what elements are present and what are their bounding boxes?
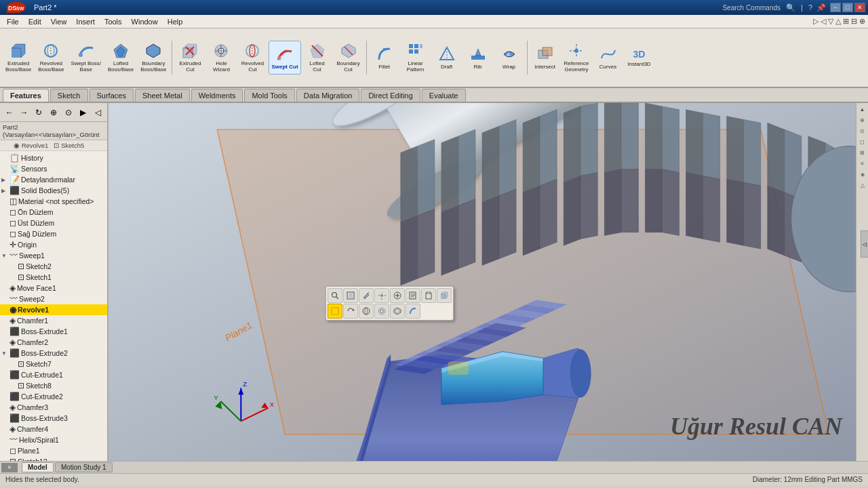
rib-btn[interactable]: Rib: [463, 41, 493, 75]
sidebar-refresh-btn[interactable]: ↻: [32, 106, 45, 119]
swept-boss-btn[interactable]: Swept Boss/Base: [68, 41, 104, 75]
linear-pattern-btn[interactable]: LinearPattern: [401, 41, 431, 75]
tree-item-chamfer1[interactable]: ◈ Chamfer1: [0, 315, 107, 326]
tab-motion-study[interactable]: Motion Study 1: [55, 462, 113, 472]
help-icon[interactable]: ?: [808, 3, 812, 12]
tree-item-chamfer3[interactable]: ◈ Chamfer3: [0, 402, 107, 413]
intersect-btn[interactable]: Intersect: [530, 41, 560, 75]
menu-tools[interactable]: Tools: [100, 16, 126, 27]
tab-surfaces[interactable]: Surfaces: [90, 89, 134, 102]
menu-file[interactable]: File: [3, 16, 23, 27]
rt-btn-5[interactable]: ⊞: [858, 148, 867, 157]
pin-icon[interactable]: 📌: [816, 3, 826, 12]
tree-item-history[interactable]: 📋 History: [0, 152, 107, 163]
tab-model[interactable]: Model: [22, 462, 54, 472]
mt-rotate-btn[interactable]: [343, 304, 358, 319]
mt-settings-btn[interactable]: [374, 288, 389, 303]
extruded-boss-btn[interactable]: ExtrudedBoss/Base: [3, 41, 34, 75]
tree-item-cutextrude2[interactable]: ⬛ Cut-Extrude2: [0, 391, 107, 402]
feature-manager-icon[interactable]: ≡: [1, 463, 18, 472]
rt-btn-3[interactable]: ⊙: [858, 126, 867, 136]
tab-features[interactable]: Features: [3, 89, 49, 102]
tree-item-revolve1[interactable]: ◉ Revolve1: [0, 304, 107, 315]
tree-item-sweep1[interactable]: ▼ 〰 Sweep1: [0, 250, 107, 261]
tree-item-chamfer4[interactable]: ◈ Chamfer4: [0, 424, 107, 434]
tab-weldments[interactable]: Weldments: [191, 89, 243, 102]
sidebar-collapse-btn[interactable]: ◁: [91, 106, 104, 119]
rt-btn-8[interactable]: △: [858, 180, 867, 190]
boundary-cut-btn[interactable]: BoundaryCut: [334, 41, 363, 75]
draft-btn[interactable]: Draft: [432, 41, 462, 75]
tree-item-bossextrude3[interactable]: ⬛ Boss-Extrude3: [0, 413, 107, 424]
search-icon[interactable]: 🔍: [786, 3, 795, 12]
mt-clipboard-btn[interactable]: [421, 288, 436, 303]
mt-extrude-btn[interactable]: [437, 288, 452, 303]
mt-note-btn[interactable]: [406, 288, 420, 303]
tree-item-helixspiral1[interactable]: 〰 Helix/Spiral1: [0, 434, 107, 445]
tree-item-sketch8[interactable]: ⊡ Sketch8: [0, 380, 107, 391]
sidebar-target-btn[interactable]: ⊙: [62, 106, 75, 119]
mt-fillet-btn[interactable]: [406, 304, 420, 319]
tree-item-chamfer2[interactable]: ◈ Chamfer2: [0, 337, 107, 348]
rt-btn-6[interactable]: ≡: [858, 159, 867, 168]
hole-wizard-btn[interactable]: HoleWizard: [206, 41, 236, 75]
mt-hole-btn[interactable]: [374, 304, 389, 319]
tab-sheet-metal[interactable]: Sheet Metal: [135, 89, 190, 102]
tree-item-cutextrude1[interactable]: ⬛ Cut-Extrude1: [0, 369, 107, 380]
tree-item-material[interactable]: ◫ Material <not specified>: [0, 196, 107, 207]
reference-geometry-btn[interactable]: ReferenceGeometry: [561, 41, 592, 75]
revolved-boss-btn[interactable]: RevolvedBoss/Base: [35, 41, 66, 75]
tab-sketch[interactable]: Sketch: [50, 89, 88, 102]
instant3d-btn[interactable]: 3D Instant3D: [625, 41, 654, 75]
tree-item-bossextrude2[interactable]: ▼ ⬛ Boss-Extrude2: [0, 348, 107, 359]
tree-item-sketch2[interactable]: ⊡ Sketch2: [0, 261, 107, 272]
tree-item-origin[interactable]: ✛ Origin: [0, 239, 107, 250]
restore-button[interactable]: □: [842, 3, 853, 12]
mt-face-btn[interactable]: [328, 304, 342, 319]
lofted-cut-btn[interactable]: LoftedCut: [302, 41, 332, 75]
rt-btn-7[interactable]: ◈: [858, 169, 867, 179]
tree-item-plane1[interactable]: ◻ Plane1: [0, 445, 107, 456]
close-button[interactable]: ✕: [854, 3, 865, 12]
fillet-btn[interactable]: Fillet: [370, 41, 399, 75]
menu-edit[interactable]: Edit: [24, 16, 45, 27]
extruded-cut-btn[interactable]: ExtrudedCut: [175, 41, 205, 75]
wrap-btn[interactable]: A Wrap: [494, 41, 524, 75]
menu-help[interactable]: Help: [163, 16, 187, 27]
tree-item-solidbodies[interactable]: ▶ ⬛ Solid Bodies(5): [0, 185, 107, 196]
tree-item-sagduzlem[interactable]: ◻ Sağ Düzlem: [0, 228, 107, 239]
revolved-cut-btn[interactable]: RevolvedCut: [237, 41, 267, 75]
sidebar-back-btn[interactable]: ←: [3, 106, 16, 119]
tree-item-sweep2[interactable]: 〰 Sweep2: [0, 293, 107, 304]
tree-item-sketch12[interactable]: ⊡ Sketch12: [0, 456, 107, 461]
curves-btn[interactable]: Curves: [593, 41, 623, 75]
sidebar-play-btn[interactable]: ▶: [77, 106, 90, 119]
rt-btn-2[interactable]: ⊕: [858, 115, 867, 125]
lofted-boss-btn[interactable]: LoftedBoss/Base: [105, 41, 136, 75]
tree-item-bossextrude1[interactable]: ⬛ Boss-Extrude1: [0, 326, 107, 337]
menu-view[interactable]: View: [47, 16, 71, 27]
boundary-boss-btn[interactable]: BoundaryBoss/Base: [138, 41, 169, 75]
rt-btn-1[interactable]: ▲: [858, 104, 867, 114]
menu-window[interactable]: Window: [127, 16, 162, 27]
menu-insert[interactable]: Insert: [72, 16, 99, 27]
search-commands[interactable]: Search Commands: [718, 4, 785, 12]
tree-item-sensors[interactable]: 📡 Sensors: [0, 163, 107, 174]
mt-sketch-btn[interactable]: [343, 288, 358, 303]
tab-direct-editing[interactable]: Direct Editing: [361, 89, 420, 102]
tree-item-sketch7[interactable]: ⊡ Sketch7: [0, 359, 107, 369]
tab-data-migration[interactable]: Data Migration: [296, 89, 360, 102]
tree-item-annotations[interactable]: ▶ 📝 Detaylandırmalar: [0, 174, 107, 185]
tree-item-ustduzlem[interactable]: ◻ Üst Düzlem: [0, 218, 107, 228]
mt-revolve-btn[interactable]: [359, 304, 374, 319]
swept-cut-btn[interactable]: Swept Cut: [269, 41, 300, 75]
minimize-button[interactable]: −: [830, 3, 841, 12]
mt-zoom-btn[interactable]: [328, 288, 342, 303]
mt-shell-btn[interactable]: [390, 304, 405, 319]
mt-edit-btn[interactable]: [359, 288, 374, 303]
mt-add-btn[interactable]: [390, 288, 405, 303]
sketch5-ref[interactable]: ⊡ Sketch5: [54, 142, 84, 149]
tab-evaluate[interactable]: Evaluate: [422, 89, 466, 102]
viewport[interactable]: Plane1 Z X Y: [108, 103, 856, 461]
tree-item-onduzlem[interactable]: ◻ Ön Düzlem: [0, 207, 107, 218]
